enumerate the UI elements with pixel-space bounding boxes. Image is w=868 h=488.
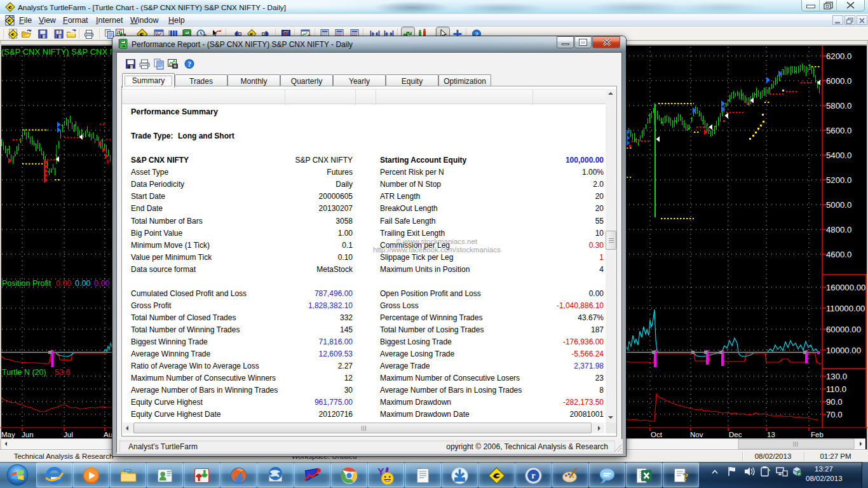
svg-text:(S&P CNX NIFTY) S&P CNX NIF: (S&P CNX NIFTY) S&P CNX NIF: [1, 47, 123, 57]
svg-text:13: 13: [767, 431, 775, 438]
svg-text:Jun: Jun: [22, 431, 34, 438]
svg-text:?: ?: [187, 60, 191, 68]
svg-text:4600.0: 4600.0: [826, 250, 851, 259]
svg-text:10000.00: 10000.00: [826, 346, 861, 355]
svg-text:6200.0: 6200.0: [826, 51, 851, 61]
svg-text:Jul: Jul: [64, 431, 73, 438]
svg-text:0.00: 0.00: [56, 279, 71, 288]
svg-text:4800.0: 4800.0: [826, 225, 851, 234]
svg-text:r: r: [531, 470, 536, 480]
svg-text:Position Profit: Position Profit: [2, 279, 51, 288]
svg-text:160000.00: 160000.00: [826, 283, 865, 292]
svg-text:90.0: 90.0: [826, 397, 843, 407]
svg-text:Dec: Dec: [729, 431, 742, 438]
svg-text:Oct: Oct: [651, 431, 663, 438]
svg-text:5200.0: 5200.0: [826, 175, 851, 185]
svg-text:110000.00: 110000.00: [826, 304, 865, 313]
svg-text:5400.0: 5400.0: [826, 151, 851, 160]
svg-text:0.00: 0.00: [94, 279, 109, 288]
svg-text:?: ?: [683, 470, 689, 483]
svg-text:Au: Au: [104, 431, 112, 438]
svg-text:5600.0: 5600.0: [826, 126, 851, 135]
svg-text:70.0: 70.0: [826, 410, 843, 419]
svg-text:?: ?: [58, 30, 60, 36]
svg-text:5000.0: 5000.0: [826, 200, 851, 210]
svg-text:Feb: Feb: [811, 431, 824, 438]
svg-text:Turtle N (20): Turtle N (20): [2, 368, 46, 377]
svg-text:53.6: 53.6: [55, 368, 70, 377]
svg-text:60000.00: 60000.00: [826, 325, 861, 334]
svg-text:110.0: 110.0: [826, 384, 846, 394]
svg-text:May: May: [1, 431, 15, 438]
svg-text:6000.0: 6000.0: [826, 76, 851, 86]
svg-text:5800.0: 5800.0: [826, 101, 851, 111]
svg-text:130.0: 130.0: [826, 372, 847, 381]
svg-text:Nov: Nov: [690, 431, 703, 438]
svg-text:0.00: 0.00: [75, 279, 90, 288]
